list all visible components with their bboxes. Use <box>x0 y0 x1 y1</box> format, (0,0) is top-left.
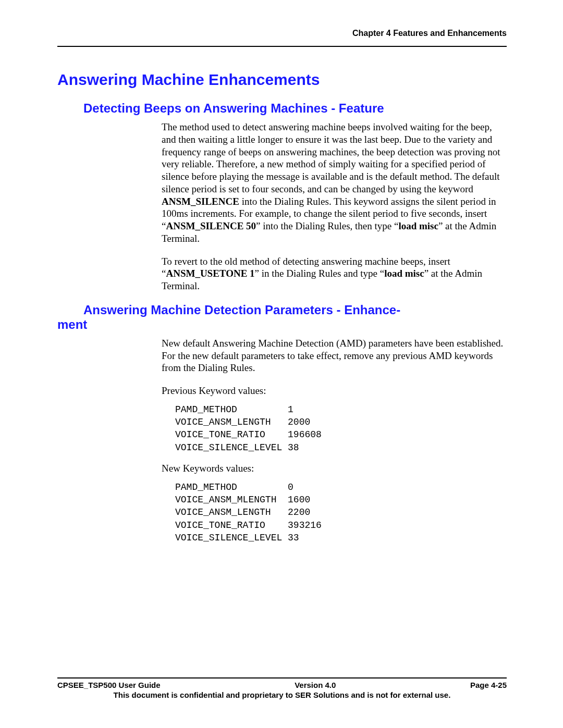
footer-page-number: Page 4-25 <box>470 681 507 689</box>
new-keyword-label: New Keywords values: <box>162 462 507 475</box>
section1-body: The method used to detect answering mach… <box>162 121 507 292</box>
document-page: Chapter 4 Features and Enhancements Answ… <box>57 29 507 699</box>
footer-rule <box>57 677 507 678</box>
heading-line1: Answering Machine Detection Parameters -… <box>83 303 507 317</box>
page-title: Answering Machine Enhancements <box>57 71 507 89</box>
text: ” into the Dialing Rules, then type “ <box>256 220 398 231</box>
section2-body: New default Answering Machine Detection … <box>162 337 507 397</box>
section1-para1: The method used to detect answering mach… <box>162 121 507 245</box>
new-keyword-values: PAMD_METHOD 0 VOICE_ANSM_MLENGTH 1600 VO… <box>175 481 507 544</box>
section1-para2: To revert to the old method of detecting… <box>162 255 507 292</box>
keyword-load-misc: load misc <box>398 220 438 231</box>
section2-para1: New default Answering Machine Detection … <box>162 337 507 374</box>
keyword-load-misc-2: load misc <box>384 268 424 279</box>
keyword-ansm-usetone-1: ANSM_USETONE 1 <box>166 268 254 279</box>
prev-keyword-label: Previous Keyword values: <box>162 385 507 397</box>
page-footer: CPSEE_TSP500 User Guide Version 4.0 Page… <box>57 677 507 699</box>
footer-row: CPSEE_TSP500 User Guide Version 4.0 Page… <box>57 681 507 689</box>
chapter-header: Chapter 4 Features and Enhancements <box>57 29 507 38</box>
section2-body2: New Keywords values: <box>162 462 507 475</box>
text: ” in the Dialing Rules and type “ <box>255 268 385 279</box>
footer-confidential: This document is confidential and propri… <box>57 690 507 699</box>
prev-keyword-values: PAMD_METHOD 1 VOICE_ANSM_LENGTH 2000 VOI… <box>175 403 507 454</box>
text: The method used to detect answering mach… <box>162 121 500 194</box>
keyword-ansm-silence-50: ANSM_SILENCE 50 <box>166 220 256 231</box>
footer-doc-title: CPSEE_TSP500 User Guide <box>57 681 161 689</box>
section-heading-amd-parameters: Answering Machine Detection Parameters -… <box>57 303 507 332</box>
section-heading-detecting-beeps: Detecting Beeps on Answering Machines - … <box>83 101 507 116</box>
heading-line2: ment <box>57 317 507 332</box>
header-rule <box>57 46 507 47</box>
keyword-ansm-silence: ANSM_SILENCE <box>162 196 239 207</box>
footer-version: Version 4.0 <box>295 681 336 689</box>
